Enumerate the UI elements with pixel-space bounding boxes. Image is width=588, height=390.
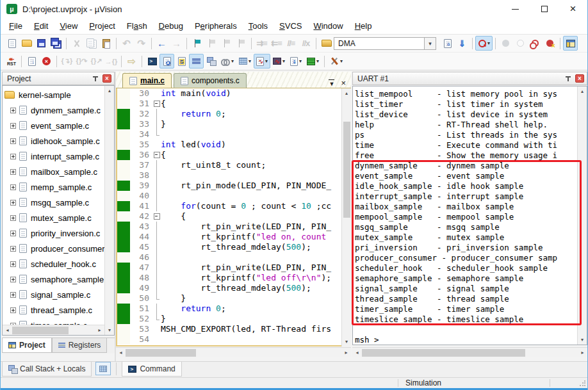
expand-icon[interactable] [10, 261, 16, 267]
step-button[interactable]: {↴} [60, 54, 74, 69]
scrollbar-thumb[interactable] [126, 349, 196, 357]
expand-icon[interactable] [10, 307, 16, 313]
serial-window-button[interactable]: ∿▾ [254, 54, 270, 69]
code-editor[interactable]: 30int main(void)31{32 return 0;33}3435in… [116, 88, 351, 346]
code-line[interactable]: 50 } [117, 293, 350, 304]
insert-breakpoint-button[interactable] [498, 36, 513, 51]
search-combobox-dropdown[interactable]: ▾ [425, 37, 436, 50]
logic-analyzer-button[interactable]: ∿▾ [270, 54, 288, 69]
indent-button[interactable]: ⇉≡ [254, 36, 269, 51]
expand-icon[interactable] [10, 154, 16, 159]
new-file-button[interactable] [4, 36, 19, 51]
scroll-down-icon[interactable]: ▾ [578, 335, 587, 345]
menu-svcs[interactable]: SVCS [274, 19, 307, 33]
call-stack-window-button[interactable] [204, 54, 218, 69]
menu-flash[interactable]: Flash [121, 19, 153, 33]
step-over-button[interactable]: {}↷ [74, 54, 89, 69]
tree-item-interrupt_sample-c[interactable]: interrupt_sample.c [3, 149, 104, 164]
uncomment-button[interactable]: //x [298, 36, 313, 51]
scroll-right-icon[interactable]: ▸ [95, 325, 104, 335]
code-line[interactable]: 54 [117, 334, 350, 345]
tab-list-dropdown-icon[interactable]: ▼ [329, 79, 334, 87]
code-line[interactable]: 31{ [117, 99, 350, 109]
tree-item-mutex_sample-c[interactable]: mutex_sample.c [3, 210, 104, 225]
menu-window[interactable]: Window [307, 19, 348, 33]
code-line[interactable]: 42 { [117, 211, 350, 222]
navigate-forward-button[interactable]: → [169, 36, 184, 51]
run-to-cursor-button[interactable]: →{} [104, 54, 118, 69]
close-document-icon[interactable]: × [341, 78, 346, 88]
code-line[interactable]: 30int main(void) [117, 88, 350, 99]
code-line[interactable]: 41 for(count = 0 ; count < 10 ;cc [117, 201, 350, 211]
scroll-left-icon[interactable]: ◂ [352, 348, 362, 357]
disable-all-breakpoints-button[interactable] [528, 36, 543, 51]
code-line[interactable]: 51 return 0; [117, 304, 350, 314]
quick-find-button[interactable]: ▾ [475, 36, 493, 51]
step-out-button[interactable]: {}↗ [89, 54, 104, 69]
scroll-down-icon[interactable]: ▾ [105, 325, 115, 335]
tree-item-idlehook_sample-c[interactable]: idlehook_sample.c [3, 133, 104, 149]
comment-button[interactable]: //≡ [284, 36, 298, 51]
tree-root-kernel-sample[interactable]: kernel-sample [3, 87, 104, 102]
show-next-statement-button[interactable]: ⇨ [124, 54, 139, 69]
scrollbar-thumb[interactable] [362, 349, 525, 357]
tree-item-mailbox_sample-c[interactable]: mailbox_sample.c [3, 164, 104, 179]
search-combobox[interactable]: DMA [334, 37, 425, 50]
expand-icon[interactable] [10, 184, 16, 190]
redo-button[interactable]: ↷ [134, 36, 149, 51]
menu-peripherals[interactable]: Peripherals [189, 19, 243, 33]
scrollbar-thumb[interactable] [343, 122, 350, 218]
tab-main-c[interactable]: main.c [122, 73, 172, 88]
project-tree-vertical-scrollbar[interactable]: ▴ ▾ [104, 86, 114, 335]
fold-marker[interactable] [153, 150, 161, 160]
clear-bookmarks-button[interactable] [234, 36, 249, 51]
run-button[interactable]: ↓ [24, 54, 39, 69]
code-line[interactable]: 45 rt_thread_mdelay(500); [117, 242, 350, 252]
code-line[interactable]: 32 return 0; [117, 109, 350, 119]
menu-project[interactable]: Project [83, 19, 120, 33]
project-window-button[interactable] [563, 36, 578, 51]
tree-item-thread_sample-c[interactable]: thread_sample.c [3, 302, 104, 318]
expand-icon[interactable] [10, 123, 16, 129]
system-viewer-button[interactable]: ⇓▾ [288, 54, 304, 69]
code-line[interactable]: 33} [117, 119, 350, 129]
expand-icon[interactable] [10, 200, 16, 206]
save-all-button[interactable] [49, 36, 63, 51]
uart-vertical-scrollbar[interactable]: ▴ ▾ [577, 86, 587, 345]
tree-item-producer_consumer-c[interactable]: producer_consumer.c [3, 241, 104, 256]
scroll-up-icon[interactable]: ▴ [578, 86, 587, 96]
uart-horizontal-scrollbar[interactable]: ◂ ▸ [352, 347, 587, 357]
kill-all-breakpoints-button[interactable] [543, 36, 557, 51]
menu-file[interactable]: File [3, 19, 28, 33]
expand-icon[interactable] [10, 138, 16, 144]
menu-edit[interactable]: Edit [28, 19, 54, 33]
tree-item-msgq_sample-c[interactable]: msgq_sample.c [3, 195, 104, 210]
tree-item-scheduler_hook-c[interactable]: scheduler_hook.c [3, 256, 104, 272]
code-line[interactable]: 53MSH_CMD_EXPORT(led, RT-Thread firs [117, 324, 350, 334]
code-line[interactable]: 39 rt_pin_mode(LED_PIN, PIN_MODE_ [117, 181, 350, 191]
fold-marker[interactable] [153, 211, 161, 222]
tab-call-stack-locals[interactable]: Call Stack + Locals [2, 362, 92, 377]
prev-bookmark-button[interactable] [204, 36, 219, 51]
tree-item-memp_sample-c[interactable]: memp_sample.c [3, 179, 104, 195]
incremental-find-button[interactable]: ⇓ [455, 36, 470, 51]
debug-tools-button[interactable]: ▾ [327, 54, 345, 69]
code-line[interactable]: 46 [117, 252, 350, 263]
expand-icon[interactable] [10, 108, 16, 113]
minimize-button[interactable] [501, 0, 530, 18]
scroll-left-icon[interactable]: ◂ [3, 325, 12, 335]
editor-horizontal-scrollbar[interactable]: ◂ ▸ [116, 347, 351, 357]
expand-icon[interactable] [10, 231, 16, 236]
project-panel-close-button[interactable]: × [102, 74, 111, 83]
tree-item-event_sample-c[interactable]: event_sample.c [3, 118, 104, 133]
code-line[interactable]: 47 rt_pin_write(LED_PIN, PIN_ [117, 263, 350, 273]
scroll-up-icon[interactable]: ▴ [105, 86, 115, 95]
reset-button[interactable]: ↞RST [4, 54, 19, 69]
tab-command[interactable]: > Command [122, 362, 181, 377]
project-tree-horizontal-scrollbar[interactable]: ◂ ▸ [3, 325, 104, 335]
scroll-right-icon[interactable]: ▸ [578, 348, 587, 357]
maximize-button[interactable] [530, 0, 559, 18]
expand-icon[interactable] [10, 277, 16, 282]
fold-marker[interactable] [153, 99, 161, 109]
resize-grip-icon[interactable] [579, 380, 585, 387]
